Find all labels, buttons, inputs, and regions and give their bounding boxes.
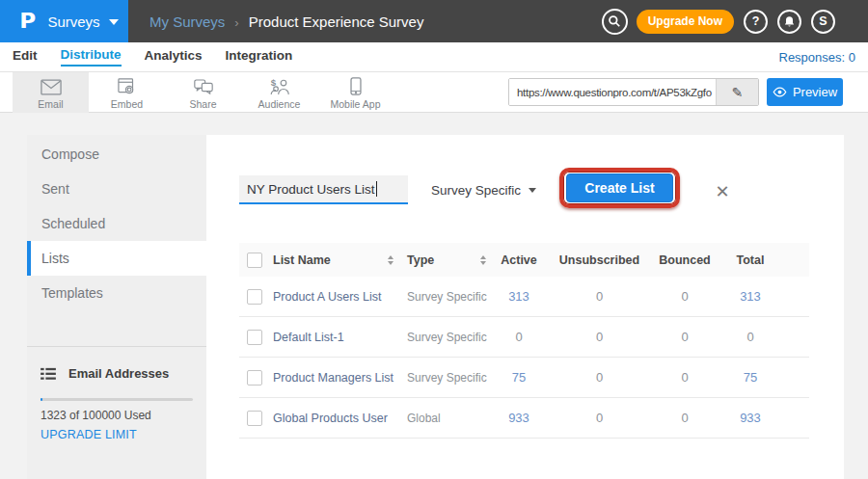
usage-text: 1323 of 100000 Used (41, 409, 206, 422)
help-icon[interactable]: ? (744, 10, 768, 34)
questionpro-logo: P (19, 10, 36, 33)
survey-url-input[interactable] (509, 79, 716, 105)
chevron-down-icon (109, 19, 119, 25)
sort-icon[interactable] (480, 255, 486, 265)
row-checkbox[interactable] (247, 330, 262, 345)
nav-tab-distribute[interactable]: Distribute (61, 47, 122, 67)
col-type[interactable]: Type (407, 253, 434, 267)
toolbar-item-email[interactable]: Email (13, 72, 89, 113)
sidebar-item-scheduled[interactable]: Scheduled (27, 206, 206, 241)
app-switcher[interactable]: P Surveys (0, 0, 128, 42)
col-active[interactable]: Active (490, 253, 548, 267)
nav-tabs: EditDistributeAnalyticsIntegration (13, 42, 315, 71)
notifications-bell-icon[interactable] (777, 10, 801, 34)
list-name-link[interactable]: Global Products User (273, 412, 388, 425)
preview-button-label: Preview (793, 85, 837, 99)
select-all-checkbox[interactable] (247, 253, 262, 268)
table-body: Product A Users ListSurvey Specific31300… (239, 277, 809, 439)
col-bounced[interactable]: Bounced (651, 253, 719, 267)
responses-count[interactable]: Responses: 0 (779, 42, 856, 71)
list-type: Survey Specific (407, 331, 487, 344)
active-count: 0 (515, 330, 522, 344)
address-list-icon (41, 367, 56, 381)
text-cursor (376, 181, 377, 197)
list-name-link[interactable]: Product Managers List (273, 371, 393, 385)
app-menu-label: Surveys (47, 13, 99, 30)
list-name-input-value: NY Product Users List (247, 182, 375, 197)
breadcrumb-separator: › (234, 15, 238, 30)
row-checkbox[interactable] (247, 289, 262, 305)
survey-nav: EditDistributeAnalyticsIntegration Respo… (0, 42, 868, 71)
sort-icon[interactable] (388, 255, 393, 265)
table-header-row: List Name Type Active Unsubscribed Bounc… (239, 243, 809, 277)
unsubscribed-count: 0 (596, 411, 603, 425)
active-count: 75 (512, 370, 526, 385)
toolbar-items: EmailEmbedShare$AudienceMobile App (13, 72, 393, 113)
list-type: Survey Specific (407, 290, 487, 304)
col-total[interactable]: Total (719, 253, 782, 267)
sidebar-item-compose[interactable]: Compose (27, 137, 206, 172)
unsubscribed-count: 0 (596, 289, 603, 304)
table-row: Product Managers ListSurvey Specific7500… (239, 358, 809, 398)
list-type-select-value: Survey Specific (431, 183, 521, 198)
embed-icon (118, 76, 136, 95)
user-avatar[interactable]: S (811, 10, 835, 34)
search-icon[interactable] (602, 9, 628, 35)
lists-table: List Name Type Active Unsubscribed Bounc… (239, 243, 809, 439)
select-caret-icon[interactable] (529, 188, 536, 193)
lists-sidebar: ComposeSentScheduledListsTemplates Email… (27, 135, 206, 479)
close-icon[interactable]: ✕ (710, 178, 735, 203)
email-icon (41, 76, 62, 95)
edit-url-pencil-icon[interactable]: ✎ (716, 79, 758, 105)
toolbar-item-embed[interactable]: Embed (89, 72, 165, 113)
create-list-button[interactable]: Create List (566, 173, 673, 202)
unsubscribed-count: 0 (596, 330, 603, 344)
nav-tab-analytics[interactable]: Analytics (145, 48, 203, 66)
row-checkbox[interactable] (247, 370, 262, 386)
sidebar-item-lists[interactable]: Lists (27, 241, 206, 276)
toolbar-item-audience[interactable]: $Audience (241, 72, 317, 113)
top-header: P Surveys My Surveys › Product Experienc… (0, 0, 868, 42)
breadcrumb: My Surveys › Product Experience Survey (149, 0, 423, 42)
distribute-toolbar: EmailEmbedShare$AudienceMobile App ✎ Pre… (0, 71, 868, 113)
sidebar-items: ComposeSentScheduledListsTemplates (27, 135, 206, 310)
col-list-name[interactable]: List Name (273, 253, 331, 267)
table-row: Global Products UserGlobal93300933 (239, 398, 809, 439)
active-count: 933 (508, 411, 529, 425)
usage-progress-fill (41, 398, 42, 401)
sidebar-divider (27, 346, 206, 347)
total-count: 75 (744, 370, 757, 385)
list-type: Survey Specific (407, 371, 487, 385)
survey-url-box: ✎ (508, 78, 759, 106)
share-icon (194, 76, 213, 95)
sidebar-item-templates[interactable]: Templates (27, 276, 206, 310)
row-checkbox[interactable] (247, 411, 262, 426)
bounced-count: 0 (681, 289, 688, 304)
preview-button[interactable]: Preview (767, 78, 843, 106)
list-type-select[interactable]: Survey Specific (431, 175, 521, 204)
breadcrumb-current: Product Experience Survey (249, 13, 424, 30)
lists-panel: NY Product Users List Survey Specific Cr… (206, 135, 844, 479)
table-row: Default List-1Survey Specific0000 (239, 317, 809, 358)
unsubscribed-count: 0 (596, 370, 603, 385)
nav-tab-integration[interactable]: Integration (226, 48, 293, 66)
email-addresses-section: Email Addresses 1323 of 100000 Used UPGR… (27, 366, 206, 441)
upgrade-now-button[interactable]: Upgrade Now (637, 10, 734, 34)
sidebar-item-sent[interactable]: Sent (27, 172, 206, 206)
annotation-highlight-ring: Create List (559, 168, 680, 208)
bounced-count: 0 (681, 370, 688, 385)
breadcrumb-my-surveys[interactable]: My Surveys (149, 13, 225, 30)
col-unsubscribed[interactable]: Unsubscribed (548, 253, 651, 267)
upgrade-limit-link[interactable]: UPGRADE LIMIT (41, 428, 206, 441)
nav-tab-edit[interactable]: Edit (13, 48, 38, 66)
list-type: Global (407, 412, 441, 425)
total-count: 0 (746, 330, 753, 344)
list-name-input[interactable]: NY Product Users List (239, 175, 408, 204)
toolbar-item-mobile-app[interactable]: Mobile App (317, 72, 393, 113)
list-name-link[interactable]: Product A Users List (273, 290, 382, 304)
table-row: Product A Users ListSurvey Specific31300… (239, 277, 809, 317)
bounced-count: 0 (681, 411, 688, 425)
list-name-link[interactable]: Default List-1 (273, 331, 344, 344)
mobile-app-icon (350, 76, 362, 95)
toolbar-item-share[interactable]: Share (165, 72, 241, 113)
